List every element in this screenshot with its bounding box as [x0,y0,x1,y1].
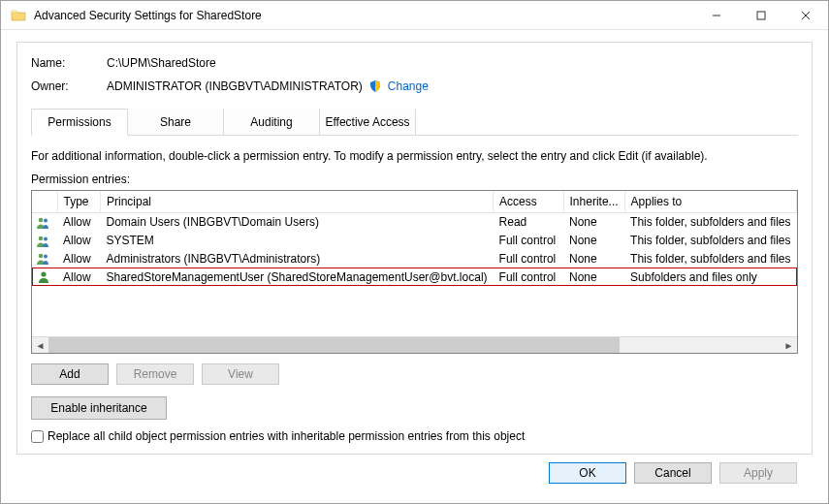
cell-access: Full control [494,250,563,268]
svg-point-8 [39,254,44,259]
svg-point-9 [44,255,48,259]
table-row[interactable]: Allow Domain Users (INBGBVT\Domain Users… [32,213,797,232]
scroll-left-icon[interactable]: ◄ [32,337,48,353]
replace-checkbox-label: Replace all child object permission entr… [48,429,525,443]
table-header-row: Type Principal Access Inherite... Applie… [32,191,797,213]
remove-button[interactable]: Remove [116,363,194,385]
entry-buttons: Add Remove View [31,363,798,385]
col-access[interactable]: Access [494,191,563,213]
window: Advanced Security Settings for SharedSto… [0,0,829,504]
col-applies[interactable]: Applies to [624,191,796,213]
cell-applies: Subfolders and files only [624,268,796,286]
cell-type: Allow [57,213,101,232]
enable-inheritance-button[interactable]: Enable inheritance [31,396,167,420]
svg-point-10 [41,272,46,277]
replace-checkbox[interactable] [31,430,44,443]
col-principal[interactable]: Principal [101,191,494,213]
name-row: Name: C:\UPM\SharedStore [31,56,798,70]
apply-button[interactable]: Apply [719,462,797,484]
ok-button[interactable]: OK [549,462,626,484]
name-value: C:\UPM\SharedStore [107,56,216,70]
content-area: Name: C:\UPM\SharedStore Owner: ADMINIST… [1,30,828,503]
tab-effective-access[interactable]: Effective Access [319,109,416,135]
svg-point-7 [44,236,48,240]
inner-panel: Name: C:\UPM\SharedStore Owner: ADMINIST… [16,42,813,455]
entries-label: Permission entries: [31,173,798,186]
owner-label: Owner: [31,79,107,93]
cell-applies: This folder, subfolders and files [624,232,796,250]
close-button[interactable] [783,1,828,30]
minimize-button[interactable] [694,1,739,30]
change-owner-link[interactable]: Change [388,79,429,93]
cell-type: Allow [57,250,101,268]
dialog-footer: OK Cancel Apply [16,455,813,493]
folder-icon [11,8,26,23]
cell-applies: This folder, subfolders and files [624,213,796,232]
cell-access: Full control [494,232,563,250]
titlebar: Advanced Security Settings for SharedSto… [1,1,828,30]
group-icon [36,252,51,266]
cell-type: Allow [57,232,101,250]
cell-inherited: None [563,213,624,232]
group-icon [36,235,51,248]
cell-inherited: None [563,232,624,250]
cell-type: Allow [57,268,101,286]
view-button[interactable]: View [202,363,279,385]
tab-strip: Permissions Share Auditing Effective Acc… [31,109,798,136]
user-icon [36,270,51,284]
tab-auditing[interactable]: Auditing [223,109,320,135]
tab-permissions[interactable]: Permissions [31,109,128,136]
replace-checkbox-row[interactable]: Replace all child object permission entr… [31,429,798,443]
svg-point-4 [39,218,44,223]
cell-principal: Domain Users (INBGBVT\Domain Users) [101,213,494,232]
cell-principal: Administrators (INBGBVT\Administrators) [101,250,494,268]
cell-principal: SYSTEM [101,232,494,250]
svg-point-5 [44,218,48,222]
add-button[interactable]: Add [31,363,109,385]
owner-value: ADMINISTRATOR (INBGBVT\ADMINISTRATOR) [107,79,363,93]
cell-inherited: None [563,268,624,286]
horizontal-scrollbar[interactable]: ◄ ► [32,336,797,353]
tab-share[interactable]: Share [127,109,224,135]
scroll-thumb[interactable] [48,337,620,353]
group-icon [36,216,51,230]
window-title: Advanced Security Settings for SharedSto… [34,9,694,22]
scroll-right-icon[interactable]: ► [781,337,797,353]
svg-point-6 [39,236,44,240]
cell-access: Read [494,213,563,232]
name-label: Name: [31,56,107,70]
col-inherited[interactable]: Inherite... [563,191,624,213]
cell-principal: SharedStoreManagementUser (SharedStoreMa… [101,268,494,286]
svg-rect-1 [757,12,765,19]
permission-table: Type Principal Access Inherite... Applie… [31,190,798,354]
col-icon[interactable] [32,191,57,213]
table-row[interactable]: Allow SYSTEM Full control None This fold… [32,232,797,250]
cancel-button[interactable]: Cancel [634,462,712,484]
col-type[interactable]: Type [57,191,101,213]
cell-applies: This folder, subfolders and files [624,250,796,268]
table-row[interactable]: Allow SharedStoreManagementUser (SharedS… [32,268,797,286]
shield-icon [368,79,382,93]
owner-row: Owner: ADMINISTRATOR (INBGBVT\ADMINISTRA… [31,79,798,93]
maximize-button[interactable] [739,1,783,30]
cell-access: Full control [494,268,563,286]
cell-inherited: None [563,250,624,268]
table-row[interactable]: Allow Administrators (INBGBVT\Administra… [32,250,797,268]
info-text: For additional information, double-click… [31,149,798,163]
